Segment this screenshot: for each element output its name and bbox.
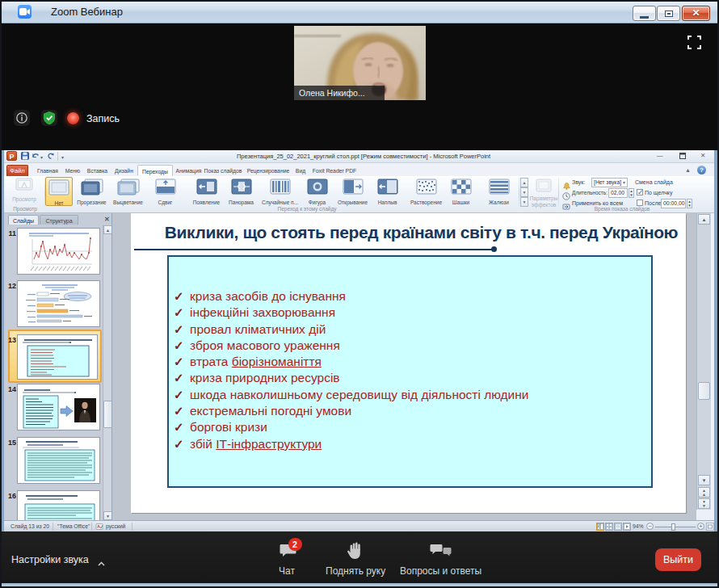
gallery-scroll-down-icon[interactable]: ▼ xyxy=(520,187,528,197)
transition-cut[interactable]: Прорезание xyxy=(73,177,111,206)
tab-review[interactable]: Рецензирование xyxy=(243,165,293,176)
transition-checkerboard[interactable]: Шашки xyxy=(442,177,480,206)
list-item-text: шкода навколишньому середовищу від діяль… xyxy=(190,388,528,401)
checkmark-icon: ✓ xyxy=(174,322,190,337)
timing-group-label: Время показа слайдов xyxy=(561,206,683,212)
tab-animations[interactable]: Анимация xyxy=(174,165,204,176)
tab-menu[interactable]: Меню xyxy=(62,165,83,176)
tab-design[interactable]: Дизайн xyxy=(111,165,137,176)
minimize-button[interactable] xyxy=(633,6,656,21)
zoom-out-icon[interactable]: − xyxy=(646,523,654,530)
ppt-close-icon[interactable]: ✕ xyxy=(700,152,705,159)
transition-uncover[interactable]: Открывание xyxy=(334,177,372,206)
view-slideshow-icon[interactable] xyxy=(623,523,631,531)
panel-close-icon[interactable]: ✕ xyxy=(104,216,110,223)
encryption-shield-icon[interactable] xyxy=(41,110,57,126)
redo-icon[interactable] xyxy=(47,152,55,162)
panel-scrollbar[interactable]: ▲ ▼ xyxy=(103,225,112,520)
checkmark-icon: ✓ xyxy=(174,371,190,385)
close-button[interactable]: ✕ xyxy=(682,6,710,21)
transition-push[interactable]: Сдвиг xyxy=(146,177,184,206)
apply-all-button[interactable]: Применить ко всем xyxy=(572,200,623,206)
undo-dropdown-icon[interactable]: ▾ xyxy=(40,154,43,160)
panel-scroll-up-icon[interactable]: ▲ xyxy=(103,225,112,234)
slide-15-thumbnail[interactable] xyxy=(17,437,100,484)
chat-button[interactable]: Чат xyxy=(279,565,295,577)
scroll-down-icon[interactable]: ▼ xyxy=(698,475,710,485)
list-item-link: ІТ-інфраструктури xyxy=(216,437,322,451)
tab-slideshow[interactable]: Показ слайдов xyxy=(202,165,244,176)
maximize-button[interactable] xyxy=(657,6,680,21)
qa-button[interactable]: Вопросы и ответы xyxy=(400,565,481,577)
undo-icon[interactable] xyxy=(32,152,40,162)
raise-hand-button[interactable]: Поднять руку xyxy=(326,565,385,577)
audio-settings-button[interactable]: Настройки звука xyxy=(11,554,89,565)
view-sorter-icon[interactable] xyxy=(605,523,613,531)
previous-slide-icon[interactable]: ▲▲ xyxy=(698,487,710,498)
transition-shape[interactable]: Фигура xyxy=(298,177,336,206)
zoom-slider-thumb[interactable] xyxy=(671,523,675,531)
transition-blinds[interactable]: Жалюзи xyxy=(480,177,518,206)
next-slide-icon[interactable]: ▼▼ xyxy=(698,498,710,509)
panel-scroll-thumb[interactable] xyxy=(103,401,112,428)
slide-12-thumbnail[interactable] xyxy=(17,280,100,327)
gallery-scroll-up-icon[interactable]: ▲ xyxy=(520,178,528,187)
slide-13-number: 13 xyxy=(5,336,16,344)
view-reading-icon[interactable] xyxy=(614,523,622,531)
list-item-text: збій xyxy=(190,437,216,451)
zoom-in-icon[interactable]: + xyxy=(697,523,704,530)
qa-icon[interactable] xyxy=(430,544,452,562)
duration-input[interactable]: 02,00 xyxy=(608,188,628,198)
save-icon[interactable] xyxy=(21,152,29,162)
ppt-minimize-icon[interactable]: — xyxy=(657,152,663,159)
qat-more-icon[interactable]: ▾ xyxy=(61,154,64,160)
duration-spinner[interactable]: ▲▼ xyxy=(629,188,634,198)
tab-foxit[interactable]: Foxit Reader PDF xyxy=(309,165,360,176)
fullscreen-icon[interactable] xyxy=(687,36,701,49)
ppt-restore-icon[interactable] xyxy=(679,153,686,161)
transition-fade[interactable]: Выцветание xyxy=(109,177,147,206)
transition-dissolve[interactable]: Растворение xyxy=(407,177,445,206)
view-normal-icon[interactable] xyxy=(596,523,604,531)
slide-11-thumbnail[interactable] xyxy=(17,228,100,275)
chevron-up-icon[interactable] xyxy=(98,556,105,564)
transition-cover[interactable]: Наплыв xyxy=(368,177,406,206)
scroll-thumb[interactable] xyxy=(698,382,710,400)
meeting-info-icon[interactable] xyxy=(14,110,30,126)
tab-outline-panel[interactable]: Структура xyxy=(40,215,78,225)
after-spinner[interactable]: ▲▼ xyxy=(687,199,692,208)
transition-wipe[interactable]: Появление xyxy=(187,177,225,206)
transition-none[interactable]: Нет xyxy=(45,177,73,206)
after-checkbox[interactable] xyxy=(637,200,643,206)
transition-label: Прорезание xyxy=(73,200,111,205)
slide-13-thumbnail[interactable] xyxy=(17,334,98,380)
main-scrollbar[interactable]: ▲ ▼ ▲▲ ▼▼ xyxy=(696,213,711,510)
slide-16-thumbnail[interactable] xyxy=(17,490,100,520)
collapse-ribbon-icon[interactable]: ▲ xyxy=(685,167,691,173)
on-click-checkbox[interactable] xyxy=(637,189,643,195)
participant-video[interactable]: Олена Никифо... xyxy=(294,26,426,100)
tab-insert[interactable]: Вставка xyxy=(84,165,111,176)
leave-button[interactable]: Выйти xyxy=(655,548,701,571)
ppt-window-title: Презентация_25_02_2021_круглий стол.ppt … xyxy=(125,153,602,160)
help-icon[interactable]: ? xyxy=(697,166,706,174)
gallery-more-icon[interactable]: ▼ xyxy=(520,197,528,207)
zoom-slider-track[interactable] xyxy=(655,527,696,527)
effect-options-button[interactable]: Параметры эффектов xyxy=(529,178,558,208)
fit-window-icon[interactable] xyxy=(706,523,714,531)
tab-home[interactable]: Главная xyxy=(36,165,60,176)
tab-file[interactable]: Файл xyxy=(6,165,28,176)
transition-label: Сдвиг xyxy=(146,200,184,205)
current-slide[interactable]: Виклики, що стоять перед країнами світу … xyxy=(131,213,686,513)
slide-14-thumbnail[interactable] xyxy=(17,384,100,430)
scroll-up-icon[interactable]: ▲ xyxy=(698,214,710,225)
sound-select[interactable]: [Нет звука] ▼ xyxy=(591,178,628,187)
tab-view[interactable]: Вид xyxy=(292,165,309,176)
panel-scroll-down-icon[interactable]: ▼ xyxy=(103,511,112,520)
transition-split[interactable]: Панорама xyxy=(222,177,260,206)
tab-slides-panel[interactable]: Слайды xyxy=(8,215,39,225)
tab-transitions[interactable]: Переходы xyxy=(137,165,173,176)
preview-button[interactable]: Просмотр xyxy=(7,178,41,205)
transition-random-bars[interactable]: Случайные п... xyxy=(261,177,299,206)
raise-hand-icon[interactable] xyxy=(347,542,364,562)
